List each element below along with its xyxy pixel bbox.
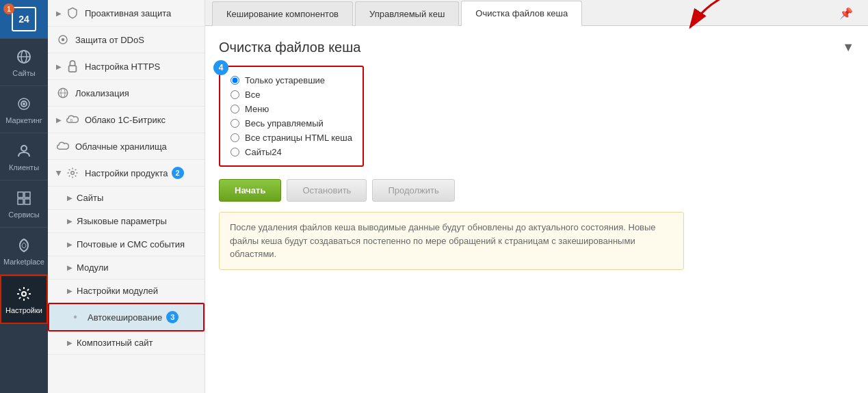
marketing-icon: [14, 94, 34, 113]
sidebar-item-services[interactable]: Сервисы: [0, 180, 48, 228]
arrow-icon: ▶: [56, 10, 62, 17]
sidebar-item-marketing[interactable]: Маркетинг: [0, 86, 48, 133]
arrow-icon: ▶: [67, 241, 73, 248]
clients-label: Клиенты: [9, 163, 39, 172]
nav-bitrix-label: Облако 1С-Битрикс: [85, 115, 166, 125]
tabs-bar: Кеширование компонентов Управляемый кеш …: [205, 0, 868, 26]
arrow-icon: ▶: [56, 63, 62, 70]
arrow-icon: ▶: [67, 194, 73, 202]
arrow-icon: ▶: [67, 287, 73, 295]
globe-icon: [56, 86, 70, 100]
tab-managed-cache[interactable]: Управляемый кеш: [355, 1, 459, 26]
info-text: После удаления файлов кеша выводимые дан…: [230, 222, 656, 259]
settings-icon: [14, 284, 34, 303]
svg-rect-14: [69, 66, 77, 72]
stop-button[interactable]: Остановить: [287, 179, 367, 202]
clients-icon: [14, 141, 34, 161]
nav-item-lang-params[interactable]: ▶ Языковые параметры: [48, 210, 205, 233]
nav-cloud-storage-label: Облачные хранилища: [75, 141, 167, 152]
main-content: Кеширование компонентов Управляемый кеш …: [205, 0, 868, 393]
svg-rect-10: [25, 199, 30, 204]
svg-point-13: [62, 38, 65, 42]
nav-item-mail-sms[interactable]: ▶ Почтовые и СМС события: [48, 233, 205, 256]
page-title: Очистка файлов кеша: [219, 40, 360, 55]
arrow-icon: ▶: [67, 339, 73, 347]
arrow-icon: ▶: [67, 217, 73, 225]
icon-sidebar: 24 Сайты Маркетинг Клиенты: [0, 0, 48, 393]
radio-html-cache[interactable]: Все страницы HTML кеша: [231, 133, 352, 143]
nav-mail-sms-label: Почтовые и СМС события: [77, 239, 185, 249]
nav-item-modules[interactable]: ▶ Модули: [48, 256, 205, 280]
nav-item-ddos[interactable]: Защита от DDoS: [48, 27, 205, 53]
info-box: После удаления файлов кеша выводимые дан…: [219, 212, 684, 270]
dot-icon: •: [68, 310, 82, 324]
nav-item-bitrix[interactable]: ▶ Б Облако 1С-Битрикс: [48, 107, 205, 133]
nav-proactive-label: Проактивная защита: [85, 8, 171, 18]
services-icon: [14, 189, 34, 208]
nav-localization-label: Локализация: [75, 88, 129, 98]
arrow-icon: ▶: [67, 264, 73, 271]
arrow-down-icon: ▶: [55, 170, 63, 176]
product-settings-badge: 2: [172, 167, 184, 179]
radio-all[interactable]: Все: [231, 90, 352, 100]
nav-sites-sub-label: Сайты: [77, 193, 103, 203]
nav-item-composite[interactable]: ▶ Композитный сайт: [48, 331, 205, 355]
title-row: Очистка файлов кеша ▼: [219, 40, 854, 55]
nav-item-proactive[interactable]: ▶ Проактивная защита: [48, 0, 205, 27]
svg-point-6: [21, 146, 27, 151]
ddos-icon: [56, 33, 70, 46]
radio-only-old[interactable]: Только устаревшие: [231, 75, 352, 85]
options-badge: 4: [213, 60, 228, 75]
svg-rect-9: [18, 199, 23, 204]
options-box: 4 Только устаревшие Все Меню Весь управл…: [219, 66, 364, 167]
nav-item-cloud-storage[interactable]: Облачные хранилища: [48, 133, 205, 160]
nav-module-settings-label: Настройки модулей: [77, 286, 158, 296]
collapse-button[interactable]: ▼: [842, 40, 854, 55]
settings-label: Настройки: [5, 306, 42, 314]
cloud-bitrix-icon: Б: [66, 113, 79, 126]
nav-ddos-label: Защита от DDoS: [75, 35, 144, 45]
services-label: Сервисы: [8, 211, 40, 219]
start-button[interactable]: Начать: [219, 179, 281, 202]
logo-box: 24: [12, 7, 36, 31]
cloud-storage-icon: [56, 139, 70, 153]
arrow-icon: ▶: [56, 116, 62, 124]
sidebar-item-marketplace[interactable]: Marketplace: [0, 228, 48, 275]
nav-item-https[interactable]: ▶ Настройка HTTPS: [48, 53, 205, 80]
sidebar-item-settings[interactable]: Настройки 1: [0, 275, 48, 324]
svg-point-5: [23, 103, 25, 105]
nav-item-localization[interactable]: Локализация: [48, 80, 205, 107]
content-area: Очистка файлов кеша ▼ 4 Только устаревши…: [205, 26, 868, 393]
gear-icon: [66, 166, 79, 180]
radio-menu[interactable]: Меню: [231, 104, 352, 114]
sidebar-item-sites[interactable]: Сайты: [0, 39, 48, 86]
nav-autocache-label: Автокеширование: [88, 312, 162, 323]
nav-item-product-settings[interactable]: ▶ Настройки продукта 2: [48, 160, 205, 187]
marketing-label: Маркетинг: [5, 116, 42, 124]
sites-icon: [14, 47, 34, 66]
nav-lang-params-label: Языковые параметры: [77, 216, 167, 226]
marketplace-icon: [14, 236, 34, 255]
radio-sites24[interactable]: Сайты24: [231, 147, 352, 157]
nav-item-autocache[interactable]: • Автокеширование 3: [48, 303, 205, 331]
nav-item-module-settings[interactable]: ▶ Настройки модулей: [48, 280, 205, 303]
pin-icon[interactable]: 📌: [831, 1, 861, 25]
tab-component-cache[interactable]: Кеширование компонентов: [212, 1, 353, 26]
nav-composite-label: Композитный сайт: [77, 338, 153, 348]
radio-managed-all[interactable]: Весь управляемый: [231, 118, 352, 128]
sites-label: Сайты: [12, 69, 35, 77]
svg-rect-7: [18, 192, 23, 198]
svg-point-11: [22, 292, 26, 296]
nav-menu: ▶ Проактивная защита Защита от DDoS ▶ На…: [48, 0, 205, 393]
continue-button[interactable]: Продолжить: [372, 179, 454, 202]
tab-clear-cache[interactable]: Очистка файлов кеша: [461, 1, 582, 26]
nav-item-sites-sub[interactable]: ▶ Сайты: [48, 187, 205, 210]
sidebar-item-clients[interactable]: Клиенты: [0, 133, 48, 180]
nav-product-settings-label: Настройки продукта: [85, 168, 168, 178]
nav-https-label: Настройка HTTPS: [85, 62, 160, 72]
svg-text:Б: Б: [70, 118, 73, 122]
svg-rect-8: [25, 192, 30, 198]
svg-point-19: [71, 172, 75, 175]
shield-icon: [66, 6, 79, 20]
action-buttons: Начать Остановить Продолжить: [219, 179, 854, 202]
